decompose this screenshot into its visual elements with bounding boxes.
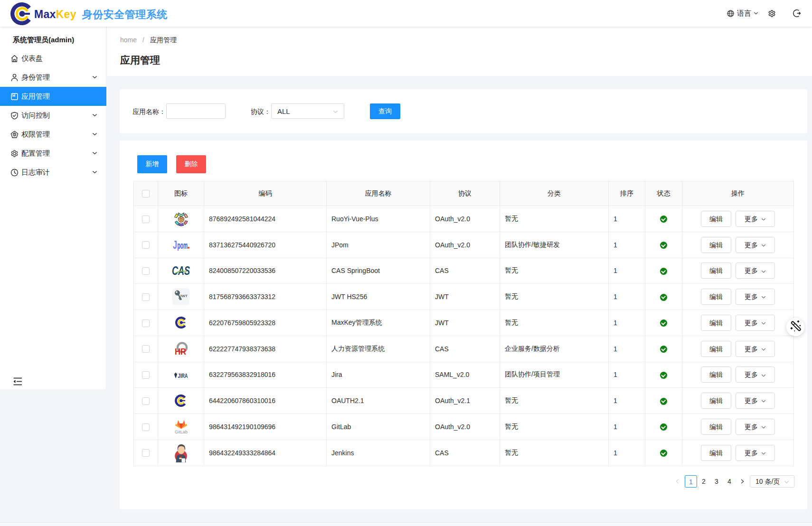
svg-text:HR: HR	[175, 347, 186, 356]
svg-text:GitLab: GitLab	[175, 429, 188, 434]
svg-text:J: J	[173, 238, 177, 251]
svg-text:JIRA: JIRA	[178, 373, 188, 379]
svg-text:JWT: JWT	[179, 294, 188, 298]
svg-text:pom: pom	[178, 240, 188, 251]
svg-text:CAS: CAS	[172, 265, 190, 276]
